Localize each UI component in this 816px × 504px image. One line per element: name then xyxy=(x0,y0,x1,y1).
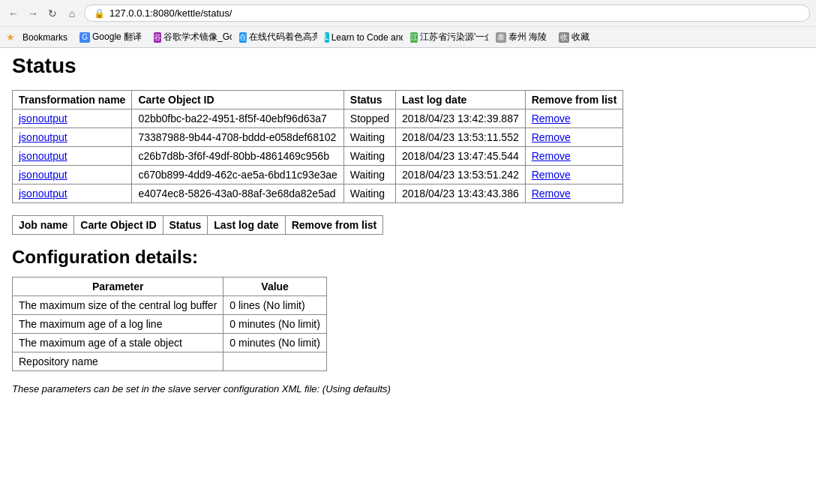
bookmark-bookmarks[interactable]: Bookmarks xyxy=(18,31,72,44)
col-header-job-name: Job name xyxy=(13,216,74,235)
trans-name-link[interactable]: jsonoutput xyxy=(19,112,68,124)
trans-name-cell: jsonoutput xyxy=(13,147,132,166)
trans-name-cell: jsonoutput xyxy=(13,184,132,203)
status-cell: Stopped xyxy=(344,110,395,128)
status-cell: Waiting xyxy=(344,166,395,184)
trans-name-link[interactable]: jsonoutput xyxy=(19,188,68,200)
home-button[interactable]: ⌂ xyxy=(64,6,80,21)
carte-id-cell: c26b7d8b-3f6f-49df-80bb-4861469c956b xyxy=(132,147,344,166)
bookmark-label: 在线代码着色高亮 xyxy=(249,31,317,44)
favicon-learn-code: L xyxy=(325,32,329,43)
url-text: 127.0.0.1:8080/kettle/status/ xyxy=(110,8,232,19)
bookmark-label: 江苏省污染源'一企 xyxy=(420,31,488,44)
col-header-parameter: Parameter xyxy=(13,278,224,296)
bookmark-learn-code[interactable]: L Learn to Code and xyxy=(320,31,403,44)
col-header-remove-from-list: Remove from list xyxy=(525,91,623,110)
col-header-transformation-name: Transformation name xyxy=(13,91,132,110)
col-header-value: Value xyxy=(224,278,327,296)
trans-name-cell: jsonoutput xyxy=(13,166,132,184)
bookmark-google-translate[interactable]: G Google 翻译 xyxy=(75,29,146,45)
bookmark-label: Learn to Code and xyxy=(332,32,403,43)
bookmark-code-color[interactable]: 在 在线代码着色高亮 xyxy=(235,29,317,45)
remove-cell: Remove xyxy=(525,184,623,203)
carte-id-cell: 02bb0fbc-ba22-4951-8f5f-40ebf96d63a7 xyxy=(132,110,344,128)
favicon-jiangsu: 江 xyxy=(410,32,418,43)
trans-name-link[interactable]: jsonoutput xyxy=(19,169,68,181)
config-table-row: The maximum size of the central log buff… xyxy=(13,296,327,315)
trans-name-link[interactable]: jsonoutput xyxy=(19,150,68,162)
param-cell: Repository name xyxy=(13,352,224,371)
bookmark-scholar[interactable]: 谷 谷歌学术镜像_Goog xyxy=(149,29,232,45)
table-row: jsonoutput 73387988-9b44-4708-bddd-e058d… xyxy=(13,128,623,147)
table-row: jsonoutput c670b899-4dd9-462c-ae5a-6bd11… xyxy=(13,166,623,184)
page-title: Status xyxy=(12,54,798,78)
status-cell: Waiting xyxy=(344,147,395,166)
col-header-status: Status xyxy=(344,91,395,110)
config-footnote: These parameters can be set in the slave… xyxy=(12,383,798,394)
remove-cell: Remove xyxy=(525,166,623,184)
col-header-carte-object-id: Carte Object ID xyxy=(132,91,344,110)
bookmarks-bar: ★ Bookmarks G Google 翻译 谷 谷歌学术镜像_Goog 在 … xyxy=(0,26,816,47)
trans-name-cell: jsonoutput xyxy=(13,128,132,147)
param-cell: The maximum size of the central log buff… xyxy=(13,296,224,315)
bookmark-jiangsu[interactable]: 江 江苏省污染源'一企 xyxy=(406,29,488,45)
status-cell: Waiting xyxy=(344,184,395,203)
config-section-title: Configuration details: xyxy=(12,247,798,268)
carte-id-cell: 73387988-9b44-4708-bddd-e058def68102 xyxy=(132,128,344,147)
star-icon: ★ xyxy=(6,32,15,43)
favicon-collect: 收 xyxy=(559,32,569,43)
last-log-cell: 2018/04/23 13:47:45.544 xyxy=(396,147,526,166)
jobs-table: Job name Carte Object ID Status Last log… xyxy=(12,215,383,235)
table-row: jsonoutput 02bb0fbc-ba22-4951-8f5f-40ebf… xyxy=(13,110,623,128)
config-table-row: Repository name xyxy=(13,352,327,371)
col-header-last-log-date-job: Last log date xyxy=(208,216,285,235)
table-row: jsonoutput c26b7d8b-3f6f-49df-80bb-48614… xyxy=(13,147,623,166)
status-cell: Waiting xyxy=(344,128,395,147)
bookmark-label: Bookmarks xyxy=(22,32,68,43)
remove-link[interactable]: Remove xyxy=(532,150,571,162)
reload-button[interactable]: ↻ xyxy=(45,6,60,21)
browser-toolbar: ← → ↻ ⌂ 🔒 127.0.0.1:8080/kettle/status/ xyxy=(0,0,816,26)
bookmark-collect[interactable]: 收 收藏 xyxy=(554,29,594,45)
transformation-table: Transformation name Carte Object ID Stat… xyxy=(12,90,623,203)
remove-link[interactable]: Remove xyxy=(532,112,571,124)
bookmark-label: 收藏 xyxy=(572,31,590,44)
col-header-carte-object-id-job: Carte Object ID xyxy=(74,216,163,235)
browser-chrome: ← → ↻ ⌂ 🔒 127.0.0.1:8080/kettle/status/ … xyxy=(0,0,816,48)
remove-link[interactable]: Remove xyxy=(532,188,571,200)
address-bar[interactable]: 🔒 127.0.0.1:8080/kettle/status/ xyxy=(84,4,810,22)
config-table: Parameter Value The maximum size of the … xyxy=(12,277,327,371)
config-table-row: The maximum age of a log line 0 minutes … xyxy=(13,315,327,334)
last-log-cell: 2018/04/23 13:43:43.386 xyxy=(396,184,526,203)
bookmark-label: 谷歌学术镜像_Goog xyxy=(164,31,232,44)
value-cell: 0 minutes (No limit) xyxy=(224,315,327,334)
remove-link[interactable]: Remove xyxy=(532,131,571,143)
lock-icon: 🔒 xyxy=(94,8,105,19)
forward-button[interactable]: → xyxy=(26,6,40,21)
favicon-code-color: 在 xyxy=(239,32,247,43)
col-header-last-log-date: Last log date xyxy=(396,91,526,110)
favicon-google-translate: G xyxy=(80,32,90,43)
back-button[interactable]: ← xyxy=(6,6,21,21)
remove-link[interactable]: Remove xyxy=(532,169,571,181)
last-log-cell: 2018/04/23 13:42:39.887 xyxy=(396,110,526,128)
param-cell: The maximum age of a stale object xyxy=(13,334,224,352)
col-header-status-job: Status xyxy=(163,216,208,235)
remove-cell: Remove xyxy=(525,147,623,166)
bookmark-taizhou[interactable]: 泰 泰州 海陵 xyxy=(491,29,551,45)
bookmark-label: Google 翻译 xyxy=(92,31,142,44)
col-header-remove-from-list-job: Remove from list xyxy=(285,216,383,235)
table-row: jsonoutput e4074ec8-5826-43a0-88af-3e68d… xyxy=(13,184,623,203)
bookmark-label: 泰州 海陵 xyxy=(508,31,547,44)
carte-id-cell: e4074ec8-5826-43a0-88af-3e68da82e5ad xyxy=(132,184,344,203)
value-cell: 0 minutes (No limit) xyxy=(224,334,327,352)
value-cell xyxy=(224,352,327,371)
param-cell: The maximum age of a log line xyxy=(13,315,224,334)
value-cell: 0 lines (No limit) xyxy=(224,296,327,315)
favicon-taizhou: 泰 xyxy=(496,32,506,43)
trans-name-link[interactable]: jsonoutput xyxy=(19,131,68,143)
remove-cell: Remove xyxy=(525,110,623,128)
page-content: Status Transformation name Carte Object … xyxy=(0,48,810,406)
trans-name-cell: jsonoutput xyxy=(13,110,132,128)
favicon-scholar: 谷 xyxy=(154,32,161,43)
